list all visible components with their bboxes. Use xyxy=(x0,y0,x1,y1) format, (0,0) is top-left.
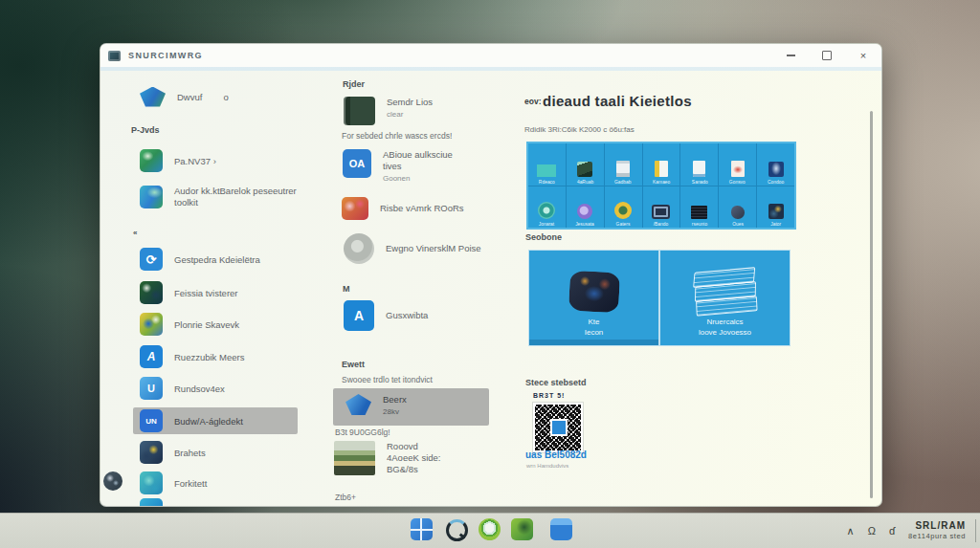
app-tile[interactable]: Kamaeo xyxy=(643,143,680,186)
disc-icon xyxy=(344,233,374,264)
list-item[interactable]: A Gusxwibta xyxy=(344,300,428,331)
minimize-icon xyxy=(787,55,795,56)
sidebar-profile[interactable]: Dwvuf o xyxy=(140,85,229,108)
page-subtitle: Rdidik 3Ri:C6ik K2000 c ö6u:fas xyxy=(524,125,635,134)
app-tile-label: /Bando xyxy=(654,222,669,227)
app-tile-label: Gadbab xyxy=(614,179,632,184)
sidebar-item[interactable]: Forkitett xyxy=(140,471,207,494)
sidebar-item[interactable]: ⟳ Gestpedra Kdeielëtra xyxy=(140,248,260,271)
clock[interactable]: SRL/RAM 8e114pura sted xyxy=(908,520,966,541)
letter-a-icon: A xyxy=(140,345,163,368)
app-tile-label: Jator xyxy=(770,222,781,227)
page-title: dieaud taali Kieietlos xyxy=(543,93,692,109)
app-tile[interactable]: Gaters xyxy=(605,186,642,229)
featured-tile[interactable]: Kte Iecon xyxy=(529,251,658,345)
hero-item[interactable]: Semdr Lios clear xyxy=(344,97,433,125)
featured-tile-subtitle: loove Jovoesso xyxy=(699,328,751,337)
store-taskbar-icon[interactable] xyxy=(511,518,533,540)
system-tray: ∧ Ω ɗ SRL/RAM 8e114pura sted xyxy=(847,514,980,548)
app-tile[interactable]: Rdeaco xyxy=(528,143,566,186)
sidebar-item[interactable]: U Rundsov4ex xyxy=(140,377,225,400)
sidebar-item[interactable]: Plonrie Skavevk xyxy=(140,313,239,336)
app-grid: Rdeaco 4aRuab Gadbab Kamaeo Sanado Gonsv… xyxy=(526,142,796,230)
truck-icon xyxy=(140,186,163,208)
app-tile[interactable]: Sanado xyxy=(680,143,718,186)
app-tile[interactable]: /Bando xyxy=(643,186,680,229)
chevron-up-icon[interactable]: ∧ xyxy=(847,525,855,537)
list-item[interactable]: Risbe vAmrk ROoRs xyxy=(342,197,464,220)
qr-subtext: wrn Hamdudvivs xyxy=(526,463,568,469)
sidebar-item[interactable]: Brahets xyxy=(140,441,206,464)
tray-audio-icon[interactable]: ɗ xyxy=(889,525,895,537)
app-tile[interactable]: Jesusata xyxy=(567,186,604,229)
sidebar-item[interactable]: Audor kk.ktBarelok peseeutrer toolkit xyxy=(140,186,297,208)
mosaic-icon xyxy=(140,281,163,304)
start-button[interactable] xyxy=(411,518,433,540)
package-icon xyxy=(344,97,375,125)
hero-title: Semdr Lios xyxy=(387,97,433,107)
profile-gem-icon xyxy=(140,87,166,107)
app-tile[interactable]: Gonsvo xyxy=(719,143,756,186)
search-taskbar-icon[interactable] xyxy=(444,518,466,540)
mosaic-icon xyxy=(140,441,163,464)
blob-icon xyxy=(731,206,745,219)
heading-prefix: eov: xyxy=(524,97,541,106)
taskbar: ∧ Ω ɗ SRL/RAM 8e114pura sted xyxy=(0,513,980,548)
item-line2: tives xyxy=(383,161,402,171)
clock-time: SRL/RAM xyxy=(908,520,966,531)
app-tile[interactable]: Gadbab xyxy=(605,143,642,186)
app-tile-label: Jonarat xyxy=(539,222,554,227)
gear-icon xyxy=(140,313,163,336)
browser-taskbar-icon[interactable] xyxy=(479,518,501,540)
app-tile[interactable]: rseunto xyxy=(680,186,718,229)
collapse-marker[interactable]: « xyxy=(133,229,137,237)
featured-tile[interactable]: Nruercalcs loove Jovoesso xyxy=(660,251,790,345)
title-bar[interactable]: SNURCIMWRG xyxy=(100,44,881,67)
photo-item[interactable]: Rooovd 4AoeeK side: BG&/8s xyxy=(334,441,441,475)
circuit-gem-icon xyxy=(568,271,619,314)
globe-icon[interactable] xyxy=(103,471,122,491)
document-icon xyxy=(616,161,630,177)
list-item[interactable]: OA ABioue aulksciue tives Goonen xyxy=(343,149,453,185)
show-desktop-button[interactable] xyxy=(975,519,976,542)
minimize-button[interactable] xyxy=(772,44,809,67)
sidebar-item[interactable]: A Ruezzubik Meers xyxy=(140,345,244,368)
terminal-icon xyxy=(691,206,707,219)
featured-tiles: Kte Iecon Nruercalcs loove Jovoesso xyxy=(528,250,791,346)
tray-status-icon[interactable]: Ω xyxy=(868,525,876,537)
window-title: SNURCIMWRG xyxy=(128,51,203,60)
shield-icon xyxy=(768,162,784,177)
landscape-thumbnail xyxy=(334,441,375,475)
item-line3: Goonen xyxy=(383,174,410,183)
sidebar-section-label: P-Jvds xyxy=(131,125,160,135)
sidebar-item-label: Plonrie Skavevk xyxy=(174,319,239,330)
app-tile[interactable]: Jonarat xyxy=(528,186,566,229)
middle-note: For sebded chrle wascs ercds! xyxy=(342,131,452,141)
app-tile[interactable]: Oues xyxy=(719,186,756,229)
app-tile-label: Rdeaco xyxy=(539,179,555,184)
selected-item[interactable]: Beerx 28kv xyxy=(345,394,407,418)
qr-link[interactable]: uas Bel5082d xyxy=(525,449,587,460)
purple-circle-icon xyxy=(577,204,592,219)
app-tile[interactable]: Condoo xyxy=(757,143,794,186)
sidebar-item[interactable]: Pa.NV37 › xyxy=(140,149,216,172)
close-button[interactable]: × xyxy=(845,44,881,67)
sidebar-item-selected[interactable]: UN Budw/A-ágledekt xyxy=(140,409,243,432)
cutoff-sidebar-icon xyxy=(140,498,163,507)
app-tile-label: Gaters xyxy=(616,222,631,227)
mosaic-icon xyxy=(768,204,784,219)
oa-icon: OA xyxy=(343,149,371,178)
vertical-scrollbar[interactable] xyxy=(870,111,873,498)
folder-taskbar-icon[interactable] xyxy=(550,518,572,540)
app-tile-label: 4aRuab xyxy=(577,179,593,184)
app-tile-label: Sanado xyxy=(691,179,707,184)
sidebar-item-label: Feissia tvisterer xyxy=(174,288,238,298)
middle-section-m: M xyxy=(343,284,350,294)
maximize-button[interactable] xyxy=(809,44,845,67)
app-tile[interactable]: 4aRuab xyxy=(567,143,604,186)
app-tile[interactable]: Jator xyxy=(757,186,794,229)
sidebar-item[interactable]: Feissia tvisterer xyxy=(140,281,238,304)
sidebar-item-label: Pa.NV37 › xyxy=(174,156,216,166)
sidebar-item-label: Ruezzubik Meers xyxy=(174,352,244,362)
list-item[interactable]: Ewgno VinersklM Poise xyxy=(344,233,481,264)
